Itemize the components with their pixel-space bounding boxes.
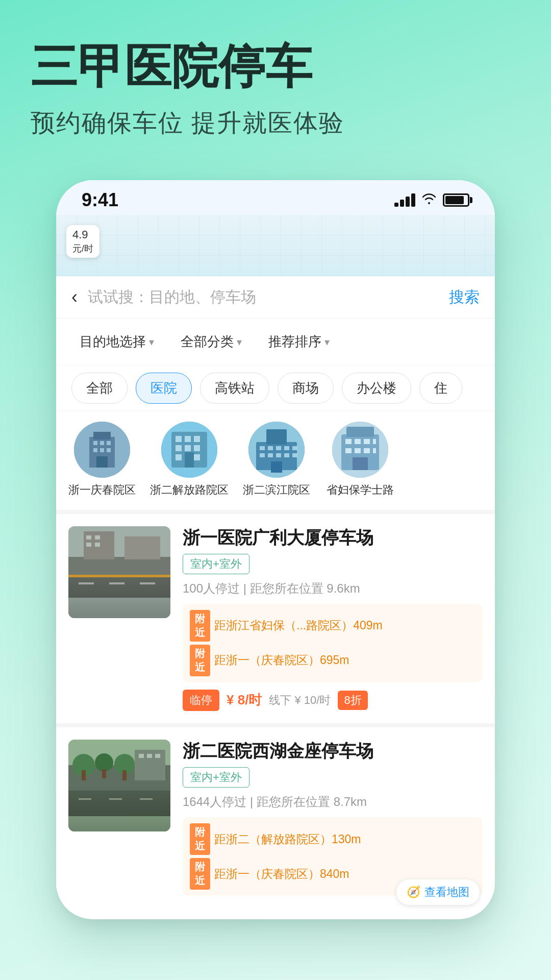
svg-rect-74: [109, 798, 122, 800]
nearby-label-2: 附近: [190, 823, 210, 855]
svg-rect-49: [68, 577, 170, 598]
svg-rect-3: [93, 441, 97, 445]
filter-row: 目的地选择 ▾ 全部分类 ▾ 推荐排序 ▾: [56, 318, 495, 365]
parking-name-0: 浙一医院广利大厦停车场: [183, 526, 483, 549]
svg-rect-58: [95, 543, 100, 547]
svg-rect-29: [260, 453, 265, 457]
sub-title: 预约确保车位 提升就医体验: [31, 107, 520, 139]
search-bar[interactable]: ‹ 试试搜：目的地、停车场 搜索: [56, 276, 495, 318]
svg-rect-66: [82, 770, 86, 780]
category-chip-hospital[interactable]: 医院: [136, 373, 192, 404]
svg-point-64: [95, 753, 113, 772]
hospital-item-2[interactable]: 浙二滨江院区: [241, 422, 312, 498]
map-background: 4.9元/时: [56, 215, 495, 276]
hospital-avatar-2: [248, 422, 305, 478]
parking-card-0[interactable]: 浙一医院广利大厦停车场 室内+室外 100人停过 | 距您所在位置 9.6km …: [56, 514, 495, 723]
svg-rect-54: [124, 536, 160, 559]
svg-rect-27: [284, 446, 289, 450]
svg-rect-2: [93, 432, 111, 439]
parking-list: 浙一医院广利大厦停车场 室内+室外 100人停过 | 距您所在位置 9.6km …: [56, 514, 495, 915]
svg-rect-31: [276, 453, 281, 457]
nearby-label-3: 附近: [190, 858, 210, 890]
svg-rect-59: [68, 575, 170, 577]
nearby-item-1-0: 附近 距浙二（解放路院区）130m: [190, 823, 475, 855]
nearby-badges-0: 附近 距浙江省妇保（...路院区）409m 附近 距浙一（庆春院区）695m: [183, 604, 483, 682]
svg-rect-17: [194, 445, 200, 451]
parking-thumbnail-1: [68, 740, 170, 831]
svg-rect-48: [68, 557, 170, 598]
back-button[interactable]: ‹: [71, 286, 78, 308]
svg-rect-41: [373, 439, 376, 444]
hospital-name-3: 省妇保学士路: [327, 483, 394, 498]
hospital-item-1[interactable]: 浙二解放路院区: [150, 422, 229, 498]
svg-rect-52: [140, 582, 155, 584]
status-bar: 9:41: [56, 180, 495, 215]
category-chip-train[interactable]: 高铁站: [200, 373, 269, 404]
nearby-label-1: 附近: [190, 645, 210, 676]
svg-rect-25: [268, 446, 273, 450]
svg-rect-67: [102, 769, 106, 778]
search-input[interactable]: 试试搜：目的地、停车场: [88, 287, 439, 308]
svg-rect-68: [122, 770, 127, 780]
svg-rect-37: [346, 427, 374, 437]
filter-destination-label: 目的地选择: [80, 333, 146, 351]
svg-rect-34: [271, 461, 282, 473]
chevron-down-icon: ▾: [149, 336, 154, 348]
category-chip-all[interactable]: 全部: [71, 373, 128, 404]
svg-rect-13: [185, 436, 191, 442]
svg-rect-18: [176, 454, 182, 460]
search-button[interactable]: 搜索: [449, 287, 480, 308]
svg-rect-5: [107, 441, 111, 445]
svg-rect-24: [260, 446, 265, 450]
parking-tag-1: 室内+室外: [183, 767, 249, 788]
map-view-button[interactable]: 🧭 查看地图: [396, 879, 480, 905]
filter-category-label: 全部分类: [181, 333, 234, 351]
category-row: 全部 医院 高铁站 商场 办公楼 住: [56, 365, 495, 411]
svg-rect-9: [96, 456, 108, 468]
svg-rect-26: [276, 446, 281, 450]
svg-rect-42: [345, 448, 352, 453]
parking-thumbnail-0: [68, 526, 170, 618]
hospital-item-3[interactable]: 省妇保学士路: [324, 422, 396, 498]
filter-category[interactable]: 全部分类 ▾: [172, 328, 250, 356]
filter-sort[interactable]: 推荐排序 ▾: [260, 328, 338, 356]
hospital-avatar-1: [161, 422, 217, 478]
category-chip-mall[interactable]: 商场: [278, 373, 334, 404]
category-chip-residence[interactable]: 住: [419, 373, 462, 404]
price-row-0: 临停 ¥ 8/时 线下 ¥ 10/时 8折: [183, 690, 483, 711]
svg-rect-72: [155, 754, 160, 758]
svg-rect-33: [292, 453, 297, 457]
hospital-name-2: 浙二滨江院区: [243, 483, 310, 498]
svg-rect-16: [185, 445, 191, 451]
svg-rect-38: [345, 439, 352, 444]
svg-rect-20: [185, 452, 194, 468]
filter-destination[interactable]: 目的地选择 ▾: [71, 328, 162, 356]
hospital-name-0: 浙一庆春院区: [68, 483, 136, 498]
svg-rect-23: [266, 429, 287, 445]
marketing-section: 三甲医院停车 预约确保车位 提升就医体验: [0, 0, 551, 160]
svg-rect-70: [139, 754, 144, 758]
nearby-label-0: 附近: [190, 610, 210, 642]
svg-rect-57: [86, 543, 91, 547]
discount-badge-0: 8折: [338, 691, 367, 710]
status-time: 9:41: [82, 189, 118, 211]
svg-rect-56: [95, 535, 100, 540]
svg-rect-28: [292, 446, 297, 450]
parking-info-0: 浙一医院广利大厦停车场 室内+室外 100人停过 | 距您所在位置 9.6km …: [183, 526, 483, 711]
chevron-down-icon: ▾: [237, 336, 242, 348]
parking-tags-1: 室内+室外: [183, 767, 483, 788]
map-price-badge: 4.9元/时: [66, 225, 99, 258]
svg-rect-46: [353, 457, 368, 470]
parking-stats-0: 100人停过 | 距您所在位置 9.6km: [183, 580, 483, 597]
second-card-wrapper: 浙二医院西湖金座停车场 室内+室外 1644人停过 | 距您所在位置 8.7km…: [56, 727, 495, 915]
svg-rect-62: [68, 791, 170, 816]
hospital-item-0[interactable]: 浙一庆春院区: [66, 422, 138, 498]
map-view-label: 查看地图: [424, 885, 469, 900]
signal-icon: [394, 193, 415, 207]
svg-rect-73: [79, 798, 91, 800]
svg-rect-50: [79, 582, 94, 584]
svg-rect-45: [373, 448, 376, 453]
category-chip-office[interactable]: 办公楼: [342, 373, 411, 404]
svg-rect-30: [268, 453, 273, 457]
hospital-name-1: 浙二解放路院区: [150, 483, 229, 498]
